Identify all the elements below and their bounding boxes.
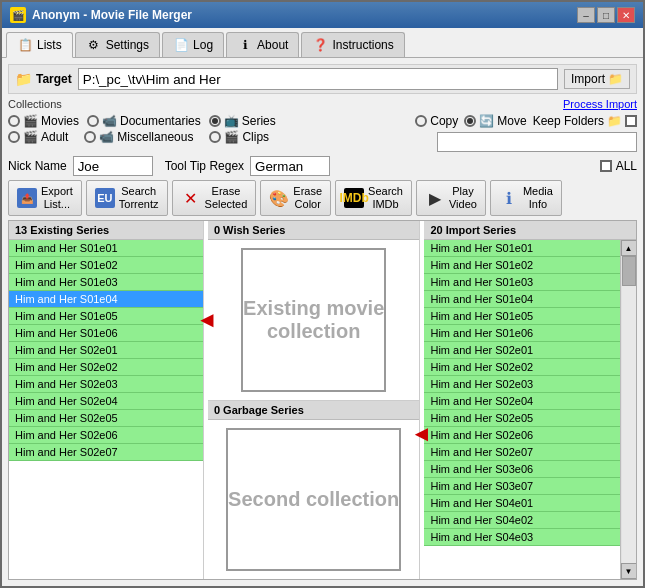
- garbage-series-header: 0 Garbage Series: [208, 401, 420, 420]
- import-series-container: Him and Her S01e01Him and Her S01e02Him …: [424, 240, 636, 579]
- radio-move[interactable]: 🔄 Move: [464, 114, 526, 128]
- radio-series-btn[interactable]: [209, 115, 221, 127]
- radio-copy[interactable]: Copy: [415, 114, 458, 128]
- radio-series[interactable]: 📺 Series: [209, 114, 276, 128]
- import-series-item[interactable]: Him and Her S02e05: [424, 410, 620, 427]
- import-series-item[interactable]: Him and Her S04e02: [424, 512, 620, 529]
- existing-series-item[interactable]: Him and Her S01e04: [9, 291, 203, 308]
- copy-move-row: Copy 🔄 Move Keep Folders 📁: [415, 114, 637, 128]
- existing-series-item[interactable]: Him and Her S01e02: [9, 257, 203, 274]
- scroll-down-button[interactable]: ▼: [621, 563, 637, 579]
- existing-collection-label: Existing movie collection: [243, 297, 384, 343]
- tooltip-input[interactable]: [250, 156, 330, 176]
- radio-miscellaneous[interactable]: 📹 Miscellaneous: [84, 130, 193, 144]
- regex-input-bar[interactable]: [437, 132, 637, 152]
- existing-series-item[interactable]: Him and Her S01e03: [9, 274, 203, 291]
- import-series-header: 20 Import Series: [424, 221, 636, 240]
- search-imdb-button[interactable]: IMDb SearchIMDb: [335, 180, 412, 216]
- import-series-item[interactable]: Him and Her S02e07: [424, 444, 620, 461]
- import-series-item[interactable]: Him and Her S04e01: [424, 495, 620, 512]
- target-folder-icon: 📁: [15, 71, 32, 87]
- tab-about[interactable]: ℹ About: [226, 32, 299, 57]
- erase-selected-button[interactable]: ✕ EraseSelected: [172, 180, 257, 216]
- scrollbar[interactable]: ▲ ▼: [620, 240, 636, 579]
- search-torrentz-button[interactable]: EU SearchTorrentz: [86, 180, 168, 216]
- existing-series-item[interactable]: Him and Her S01e05: [9, 308, 203, 325]
- radio-move-btn[interactable]: [464, 115, 476, 127]
- documentaries-label: Documentaries: [120, 114, 201, 128]
- import-series-item[interactable]: Him and Her S01e01: [424, 240, 620, 257]
- nick-tool-row: Nick Name Tool Tip Regex ALL: [8, 156, 637, 176]
- tab-lists-label: Lists: [37, 38, 62, 52]
- process-import-area: Process Import Copy 🔄 Move Keep Folders …: [415, 98, 637, 152]
- import-series-item[interactable]: Him and Her S01e03: [424, 274, 620, 291]
- existing-series-item[interactable]: Him and Her S02e03: [9, 376, 203, 393]
- existing-series-item[interactable]: Him and Her S02e04: [9, 393, 203, 410]
- import-button-label: Import: [571, 72, 605, 86]
- radio-documentaries[interactable]: 📹 Documentaries: [87, 114, 201, 128]
- media-info-button[interactable]: ℹ MediaInfo: [490, 180, 562, 216]
- import-button[interactable]: Import 📁: [564, 69, 630, 89]
- movies-icon: 🎬: [23, 114, 38, 128]
- radio-movies[interactable]: 🎬 Movies: [8, 114, 79, 128]
- nick-input[interactable]: [73, 156, 153, 176]
- keep-folders-checkbox[interactable]: [625, 115, 637, 127]
- import-series-item[interactable]: Him and Her S04e03: [424, 529, 620, 546]
- import-series-item[interactable]: Him and Her S01e05: [424, 308, 620, 325]
- minimize-button[interactable]: –: [577, 7, 595, 23]
- scroll-track[interactable]: [622, 256, 636, 563]
- search-imdb-label: SearchIMDb: [368, 185, 403, 211]
- erase-color-icon: 🎨: [269, 188, 289, 208]
- action-buttons: 📤 ExportList... EU SearchTorrentz ✕ Eras…: [8, 180, 637, 216]
- radio-row-2: 🎬 Adult 📹 Miscellaneous 🎬 Clips: [8, 130, 276, 144]
- existing-series-item[interactable]: Him and Her S01e01: [9, 240, 203, 257]
- import-series-item[interactable]: Him and Her S02e02: [424, 359, 620, 376]
- import-series-item[interactable]: Him and Her S03e07: [424, 478, 620, 495]
- import-series-item[interactable]: Him and Her S01e04: [424, 291, 620, 308]
- import-series-item[interactable]: Him and Her S01e06: [424, 325, 620, 342]
- radio-documentaries-btn[interactable]: [87, 115, 99, 127]
- all-checkbox[interactable]: [600, 160, 612, 172]
- erase-color-label: EraseColor: [293, 185, 322, 211]
- existing-series-item[interactable]: Him and Her S02e06: [9, 427, 203, 444]
- import-series-item[interactable]: Him and Her S02e04: [424, 393, 620, 410]
- radio-misc-btn[interactable]: [84, 131, 96, 143]
- about-tab-icon: ℹ: [237, 37, 253, 53]
- tab-lists[interactable]: 📋 Lists: [6, 32, 73, 58]
- tab-settings[interactable]: ⚙ Settings: [75, 32, 160, 57]
- radio-movies-btn[interactable]: [8, 115, 20, 127]
- radio-adult[interactable]: 🎬 Adult: [8, 130, 68, 144]
- existing-series-item[interactable]: Him and Her S01e06: [9, 325, 203, 342]
- maximize-button[interactable]: □: [597, 7, 615, 23]
- import-series-list: Him and Her S01e01Him and Her S01e02Him …: [424, 240, 620, 579]
- existing-series-item[interactable]: Him and Her S02e01: [9, 342, 203, 359]
- search-torrentz-label: SearchTorrentz: [119, 185, 159, 211]
- radio-copy-btn[interactable]: [415, 115, 427, 127]
- tab-log[interactable]: 📄 Log: [162, 32, 224, 57]
- process-import-link[interactable]: Process Import: [563, 98, 637, 110]
- radio-clips-btn[interactable]: [209, 131, 221, 143]
- import-series-item[interactable]: Him and Her S02e01: [424, 342, 620, 359]
- import-series-item[interactable]: Him and Her S02e06: [424, 427, 620, 444]
- series-label: Series: [242, 114, 276, 128]
- export-list-button[interactable]: 📤 ExportList...: [8, 180, 82, 216]
- scroll-up-button[interactable]: ▲: [621, 240, 637, 256]
- import-series-item[interactable]: Him and Her S03e06: [424, 461, 620, 478]
- radio-adult-btn[interactable]: [8, 131, 20, 143]
- existing-series-item[interactable]: Him and Her S02e02: [9, 359, 203, 376]
- import-series-item[interactable]: Him and Her S02e03: [424, 376, 620, 393]
- play-video-button[interactable]: ▶ PlayVideo: [416, 180, 486, 216]
- radio-clips[interactable]: 🎬 Clips: [209, 130, 269, 144]
- misc-label: Miscellaneous: [117, 130, 193, 144]
- second-collection-label: Second collection: [228, 488, 399, 511]
- existing-series-item[interactable]: Him and Her S02e07: [9, 444, 203, 461]
- target-path-input[interactable]: [78, 68, 558, 90]
- scroll-thumb[interactable]: [622, 256, 636, 286]
- existing-series-item[interactable]: Him and Her S02e05: [9, 410, 203, 427]
- close-button[interactable]: ✕: [617, 7, 635, 23]
- move-icon: 🔄: [479, 114, 494, 128]
- import-series-item[interactable]: Him and Her S01e02: [424, 257, 620, 274]
- existing-series-panel: 13 Existing Series Him and Her S01e01Him…: [9, 221, 204, 579]
- erase-color-button[interactable]: 🎨 EraseColor: [260, 180, 331, 216]
- tab-instructions[interactable]: ❓ Instructions: [301, 32, 404, 57]
